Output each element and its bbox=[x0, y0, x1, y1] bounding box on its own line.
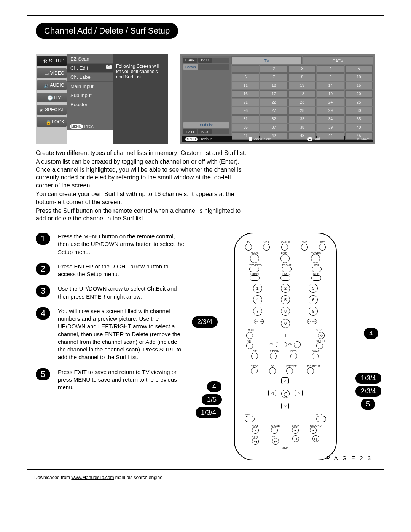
skip-fwd-icon: ▸| bbox=[312, 435, 319, 442]
num-button: 1 bbox=[253, 284, 262, 293]
up-arrow-icon: △ bbox=[281, 377, 289, 384]
channel-grid: 2345678910111213141516171819202122232425… bbox=[231, 64, 373, 135]
num-button: 4 bbox=[253, 295, 262, 304]
skip-back-icon: |◂ bbox=[292, 435, 299, 442]
callout-4-left: 4 bbox=[207, 381, 221, 392]
step-text: Press EXIT to save and return to TV view… bbox=[58, 368, 184, 391]
channel-cell: 26 bbox=[232, 107, 259, 115]
num-button: 6 bbox=[309, 295, 318, 304]
remote-diagram-wrap: 2/3/4 4 1/5 1/3/4 4 1/3/4 2/3/4 5 TV VCR… bbox=[196, 233, 375, 460]
pause-icon: ⏸ bbox=[271, 427, 278, 434]
channel-cell: 29 bbox=[317, 107, 344, 115]
num-button: 3 bbox=[309, 284, 318, 293]
channel-cell: 33 bbox=[288, 115, 316, 123]
channel-cell: 10 bbox=[345, 73, 373, 81]
channel-cell: 20 bbox=[345, 90, 373, 98]
step-number: 3 bbox=[36, 285, 50, 297]
manual-page: Channel Add / Delete / Surf Setup 🛠SETUP… bbox=[0, 0, 411, 495]
channel-cell: 44 bbox=[317, 132, 344, 140]
num-button: 2 bbox=[281, 284, 290, 293]
channel-cell: 19 bbox=[317, 90, 344, 98]
surf-button: ⟲ bbox=[318, 332, 325, 339]
video-icon: ▭ bbox=[44, 71, 49, 75]
channel-cell: 39 bbox=[317, 124, 344, 131]
ff-icon: ▸▸ bbox=[272, 438, 279, 445]
osd-tab-time: 🕐TIME bbox=[37, 93, 67, 102]
play-icon: ▸ bbox=[252, 427, 259, 434]
callout-15: 1/5 bbox=[202, 394, 222, 405]
osd-item: Booster bbox=[67, 100, 113, 109]
osd-item: Sub Input bbox=[67, 91, 113, 100]
step-text: Press ENTER or the RIGHT arrow button to… bbox=[58, 263, 184, 278]
callout-5-right: 5 bbox=[361, 399, 375, 410]
osd-tab-special: ★SPECIAL bbox=[37, 105, 67, 115]
page-number: P A G E 2 3 bbox=[326, 455, 372, 461]
skip-label: SKIP bbox=[239, 446, 331, 449]
channel-cell: 24 bbox=[317, 99, 344, 106]
channel-cell: 32 bbox=[260, 115, 287, 123]
audio-icon: 🔉 bbox=[44, 83, 48, 88]
channel-cell: 34 bbox=[317, 115, 344, 123]
osd-prev-hint: MENUPrev. bbox=[67, 109, 113, 130]
channel-cell: 9 bbox=[317, 73, 344, 81]
step-text: Use the UP/DOWN arrow to select Ch.Edit … bbox=[58, 285, 184, 300]
channel-cell: 31 bbox=[232, 115, 259, 123]
remote-source-row: TV VCR CABLE DVD SAT bbox=[239, 241, 331, 251]
channel-cell: 11 bbox=[232, 82, 259, 89]
step-text: You will now see a screen filled with ch… bbox=[58, 307, 184, 361]
channel-cell: 27 bbox=[260, 107, 287, 115]
top-illustrations: 🛠SETUP ▭VIDEO 🔉AUDIO 🕐TIME ★SPECIAL 🔒LOC… bbox=[36, 54, 375, 144]
num-button: 5 bbox=[281, 295, 290, 304]
channel-cell: 14 bbox=[317, 82, 344, 89]
step-row: 4 You will now see a screen filled with … bbox=[36, 307, 184, 361]
preview-tabs: ESPNTV 11 bbox=[183, 58, 229, 63]
lock-icon: 🔒 bbox=[46, 120, 50, 124]
channel-cell: 37 bbox=[260, 124, 287, 131]
channel-cell: 17 bbox=[260, 90, 287, 98]
menu-button bbox=[245, 416, 255, 422]
left-arrow-icon: ◁ bbox=[268, 390, 276, 396]
channel-cell: 7 bbox=[260, 73, 287, 81]
download-footer: Downloaded from www.Manualslib.com manua… bbox=[27, 470, 384, 480]
manualslib-link[interactable]: www.Manualslib.com bbox=[71, 475, 114, 480]
channel-cell: 40 bbox=[345, 124, 373, 131]
channel-cell: 30 bbox=[345, 107, 373, 115]
osd-tab-video: ▭VIDEO bbox=[37, 68, 67, 78]
step-text: Press the MENU button on the remote cont… bbox=[58, 233, 184, 256]
num-button: 9 bbox=[309, 307, 318, 316]
step-number: 2 bbox=[36, 263, 50, 275]
page-frame: Channel Add / Delete / Surf Setup 🛠SETUP… bbox=[27, 15, 384, 470]
surf-list-label: Surf List bbox=[183, 122, 229, 128]
down-arrow-icon: ▽ bbox=[281, 403, 289, 409]
channel-cell bbox=[232, 65, 259, 73]
step-row: 5 Press EXIT to save and return to TV vi… bbox=[36, 368, 184, 391]
callout-134-right: 1/3/4 bbox=[355, 373, 381, 384]
osd-item: EZ Scan bbox=[67, 54, 113, 64]
channel-cell: 12 bbox=[260, 82, 287, 89]
flashbk-button: FLASHBK bbox=[307, 319, 317, 324]
channel-cell: 5 bbox=[345, 65, 373, 73]
remote-dpad: △ ◁ ▷ ▽ bbox=[264, 377, 306, 411]
channel-cell: 23 bbox=[288, 99, 316, 106]
step-number: 5 bbox=[36, 368, 50, 380]
step-row: 2 Press ENTER or the RIGHT arrow button … bbox=[36, 263, 184, 278]
channel-cell: 35 bbox=[345, 115, 373, 123]
steps-list: 1 Press the MENU button on the remote co… bbox=[36, 233, 184, 460]
channel-cell: 25 bbox=[345, 99, 373, 106]
osd-item: Main Input bbox=[67, 82, 113, 91]
channel-cell: 22 bbox=[260, 99, 287, 106]
mute-button bbox=[246, 332, 253, 339]
osd-item: Ch. Label bbox=[67, 73, 113, 82]
zero-button: 0 bbox=[281, 319, 290, 328]
surf-list-items: TV 11TV 20 bbox=[183, 129, 229, 134]
channel-cell: 8 bbox=[288, 73, 316, 81]
preview-status: Shown bbox=[183, 64, 229, 70]
enter-dot-icon bbox=[249, 137, 252, 141]
move-arrows-icon: ✥ bbox=[357, 137, 360, 141]
osd-item-selected: Ch. EditG bbox=[67, 64, 113, 73]
remote-control-diagram: TV VCR CABLE DVD SAT MODE LIGHT POWER TV… bbox=[234, 233, 337, 460]
channel-cell: 38 bbox=[288, 124, 316, 131]
channel-grid-screenshot: ESPNTV 11 Shown Surf List TV 11TV 20 TV … bbox=[180, 54, 375, 144]
enter-button: ENTER bbox=[254, 319, 264, 324]
right-arrow-icon: ▷ bbox=[295, 390, 303, 396]
